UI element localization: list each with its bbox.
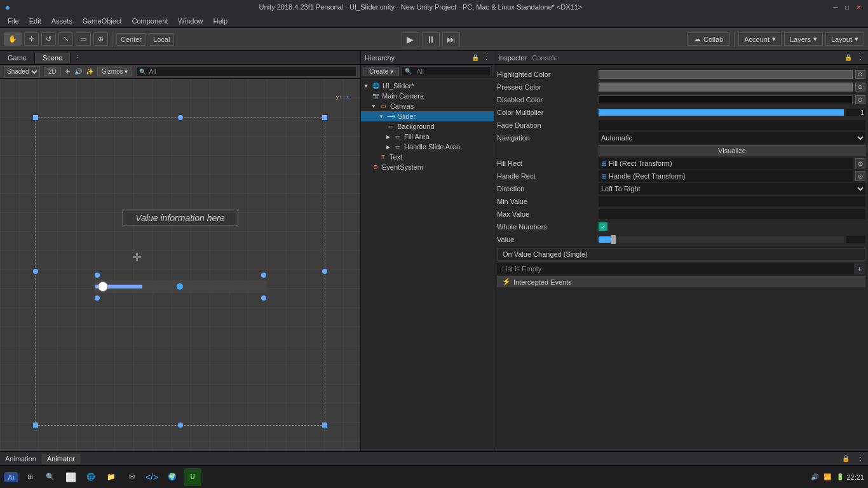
fx-icon[interactable]: ✨ [86, 68, 93, 75]
menu-item-help[interactable]: Help [208, 16, 233, 26]
transform-tool[interactable]: ⊕ [93, 32, 108, 46]
handle-rect-select[interactable]: ⊙ [855, 171, 865, 181]
menu-item-assets[interactable]: Assets [46, 16, 78, 26]
hier-item-slider[interactable]: ▼ ⟶ Slider [361, 111, 494, 121]
side-handle-l[interactable] [33, 269, 38, 274]
slider-handle-top-r[interactable] [261, 273, 266, 278]
tab-animation[interactable]: Animation [0, 454, 42, 464]
hierarchy-search-input[interactable] [414, 66, 488, 76]
menu-item-window[interactable]: Window [173, 16, 208, 26]
hier-item-ui-slider[interactable]: ▼ 🌐 UI_Slider* [361, 81, 494, 91]
corner-handle-bl[interactable] [33, 423, 38, 428]
speaker-icon[interactable]: 🔊 [811, 473, 818, 480]
taskbar-mail-icon[interactable]: ✉ [123, 468, 140, 486]
hierarchy-search-bar[interactable]: 🔍 [402, 66, 491, 76]
value-slider-handle[interactable] [611, 235, 616, 244]
whole-numbers-checkbox[interactable]: ✓ [599, 222, 607, 231]
play-btn[interactable]: ▶ [402, 32, 419, 46]
slider-thumb[interactable] [98, 281, 108, 292]
fill-rect-field[interactable]: ⊞ Fill (Rect Transform) [599, 158, 853, 169]
scene-view[interactable]: y↑ →x ✛ Val [0, 79, 360, 451]
2d-btn[interactable]: 2D [44, 67, 61, 76]
list-add-btn[interactable]: + [854, 264, 865, 274]
taskbar-code-icon[interactable]: </> [143, 468, 161, 486]
hand-tool[interactable]: ✋ [4, 32, 22, 46]
taskbar-windows-btn[interactable]: ⊞ [21, 468, 39, 486]
light-icon[interactable]: ☀ [65, 68, 71, 75]
side-handle-r[interactable] [322, 269, 327, 274]
disabled-color-swatch[interactable] [599, 95, 853, 104]
inspector-menu-icon[interactable]: ⋮ [857, 53, 864, 62]
taskbar-edge-icon[interactable]: 🌐 [82, 468, 100, 486]
min-value-input[interactable]: 0 [599, 196, 865, 207]
corner-handle-br[interactable] [322, 423, 327, 428]
tab-scene[interactable]: Scene [35, 53, 71, 63]
center-btn[interactable]: Center [116, 33, 146, 46]
hier-item-camera[interactable]: 📷 Main Camera [361, 91, 494, 101]
corner-handle-tl[interactable] [33, 115, 38, 120]
corner-handle-tr[interactable] [322, 115, 327, 120]
scale-tool[interactable]: ⤡ [58, 32, 73, 46]
side-handle-b[interactable] [178, 423, 183, 428]
navigation-dropdown[interactable]: Automatic [599, 132, 865, 144]
taskbar-search-btn[interactable]: 🔍 [41, 468, 59, 486]
scene-search[interactable]: 🔍 All [136, 67, 356, 77]
value-input[interactable]: 0 [846, 236, 865, 243]
move-tool[interactable]: ✛ [24, 32, 39, 46]
max-value-input[interactable]: 10 [599, 209, 865, 219]
taskbar-unity-icon[interactable]: U [184, 468, 201, 486]
scene-settings-icon[interactable]: ⋮ [71, 53, 360, 62]
pause-btn[interactable]: ⏸ [422, 32, 440, 46]
console-tab[interactable]: Console [532, 54, 557, 62]
slider-handle-bot-l[interactable] [95, 295, 100, 301]
hierarchy-create-btn[interactable]: Create ▾ [363, 67, 399, 76]
minimize-btn[interactable]: ─ [831, 3, 840, 11]
pressed-color-swatch[interactable] [599, 83, 853, 92]
hier-item-handle-area[interactable]: ▶ ▭ Handle Slide Area [361, 142, 494, 152]
tab-game[interactable]: Game [0, 53, 35, 63]
handle-rect-field[interactable]: ⊞ Handle (Rect Transform) [599, 170, 853, 182]
menu-item-edit[interactable]: Edit [24, 16, 46, 26]
highlighted-color-swatch[interactable] [599, 70, 853, 79]
fade-duration-input[interactable]: 0.1 [599, 120, 865, 130]
anim-menu-icon[interactable]: ⋮ [853, 454, 868, 463]
collab-btn[interactable]: ☁ Collab [687, 32, 730, 46]
close-btn[interactable]: ✕ [854, 3, 863, 11]
account-btn[interactable]: Account ▾ [738, 32, 782, 46]
lock-icon[interactable]: 🔒 [471, 54, 479, 61]
menu-item-gameobject[interactable]: GameObject [78, 16, 127, 26]
taskbar-task-view[interactable]: ⬜ [62, 468, 79, 486]
menu-item-component[interactable]: Component [126, 16, 173, 26]
rotate-tool[interactable]: ↺ [41, 32, 56, 46]
disabled-color-picker[interactable]: ⊙ [855, 95, 865, 104]
hier-item-fill-area[interactable]: ▶ ▭ Fill Area [361, 132, 494, 142]
color-multiplier-bar[interactable] [599, 109, 844, 116]
layers-btn[interactable]: Layers ▾ [784, 32, 823, 46]
visualize-btn[interactable]: Visualize [599, 145, 865, 156]
hier-item-canvas[interactable]: ▼ ▭ Canvas [361, 101, 494, 111]
side-handle-t[interactable] [178, 115, 183, 120]
anim-lock-icon[interactable]: 🔒 [838, 455, 853, 462]
slider-handle-top-l[interactable] [95, 273, 100, 278]
taskbar-explorer-icon[interactable]: 📁 [102, 468, 120, 486]
maximize-btn[interactable]: □ [843, 3, 851, 11]
hier-item-text[interactable]: T Text [361, 152, 494, 162]
slider-track-widget[interactable] [95, 280, 266, 293]
rect-tool[interactable]: ▭ [76, 32, 91, 46]
direction-dropdown[interactable]: Left To Right [599, 183, 865, 194]
hier-item-eventsystem[interactable]: ⚙ EventSystem [361, 162, 494, 172]
layout-btn[interactable]: Layout ▾ [825, 32, 864, 46]
gizmos-btn[interactable]: Gizmos ▾ [97, 67, 133, 76]
audio-icon[interactable]: 🔊 [74, 68, 82, 75]
lock-icon-inspector[interactable]: 🔒 [844, 54, 852, 61]
battery-icon[interactable]: 🔋 [836, 473, 844, 480]
slider-handle-bot-r[interactable] [261, 295, 266, 301]
taskbar-ai-icon[interactable]: Ai [4, 472, 18, 482]
slider-widget-area[interactable] [95, 273, 266, 301]
step-btn[interactable]: ⏭ [442, 32, 460, 46]
highlighted-color-picker[interactable]: ⊙ [855, 70, 865, 79]
network-icon[interactable]: 📶 [824, 473, 831, 480]
local-btn[interactable]: Local [149, 33, 174, 46]
tab-animator[interactable]: Animator [42, 454, 81, 464]
fill-rect-select[interactable]: ⊙ [855, 158, 865, 168]
